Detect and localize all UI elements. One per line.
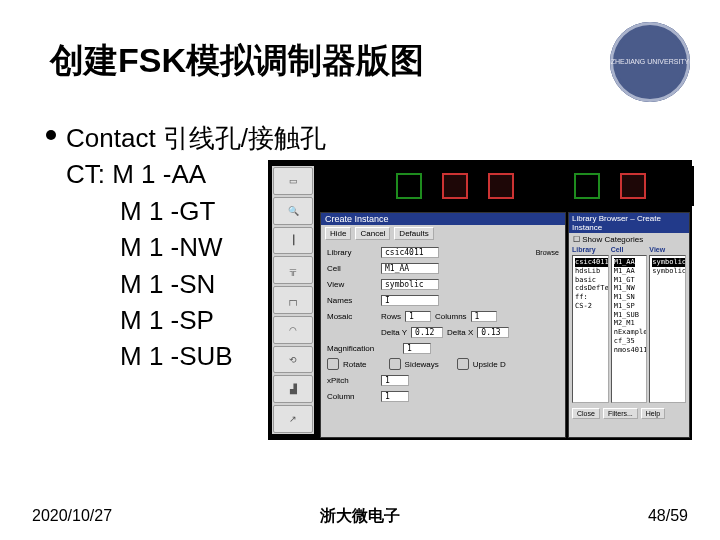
- filters-button[interactable]: Filters...: [603, 408, 638, 419]
- tool-button[interactable]: ◠: [273, 316, 313, 344]
- rows-input[interactable]: 1: [405, 311, 431, 322]
- deltax-label: Delta X: [447, 328, 473, 337]
- xpitch-input[interactable]: 1: [381, 375, 409, 386]
- tool-button[interactable]: ▭: [273, 167, 313, 195]
- tool-button[interactable]: ┌┐: [273, 286, 313, 314]
- eda-screenshot: ▭ 🔍 ┃ ╦ ┌┐ ◠ ⟲ ▟ ↗ Create Instance Hide …: [268, 160, 692, 440]
- show-categories-label: Show Categories: [582, 235, 643, 244]
- contact-preview-icon: [442, 173, 468, 199]
- libbrowser-title: Library Browser – Create Instance: [569, 213, 689, 233]
- footer-page: 48/59: [648, 507, 688, 525]
- contact-preview-icon: [488, 173, 514, 199]
- columns-label: Columns: [435, 312, 467, 321]
- cell-header: Cell: [611, 246, 648, 253]
- tool-palette: ▭ 🔍 ┃ ╦ ┌┐ ◠ ⟲ ▟ ↗: [272, 166, 314, 434]
- tool-button[interactable]: ╦: [273, 256, 313, 284]
- sideways-label: Sideways: [405, 360, 439, 369]
- view-header: View: [649, 246, 686, 253]
- contact-preview-icon: [620, 173, 646, 199]
- tool-button[interactable]: ▟: [273, 375, 313, 403]
- names-input[interactable]: I: [381, 295, 439, 306]
- layout-preview: [388, 166, 694, 206]
- magnification-label: Magnification: [327, 344, 399, 353]
- rotate-toggle[interactable]: [327, 358, 339, 370]
- footer-center: 浙大微电子: [320, 506, 400, 527]
- tool-button[interactable]: ⟲: [273, 346, 313, 374]
- cell-input[interactable]: M1_AA: [381, 263, 439, 274]
- rows-label: Rows: [381, 312, 401, 321]
- library-list[interactable]: csic4011 hdsLib basic cdsDefTec ff: CS-2: [572, 255, 609, 403]
- column-label: Column: [327, 392, 377, 401]
- dialog-title: Create Instance: [321, 213, 565, 225]
- library-input[interactable]: csic4011: [381, 247, 439, 258]
- close-button[interactable]: Close: [572, 408, 600, 419]
- hide-button[interactable]: Hide: [325, 227, 351, 240]
- defaults-button[interactable]: Defaults: [394, 227, 433, 240]
- library-browser-panel: Library Browser – Create Instance ☐ Show…: [568, 212, 690, 438]
- university-logo: ZHEJIANG UNIVERSITY: [610, 22, 690, 102]
- deltay-input[interactable]: 0.12: [411, 327, 443, 338]
- view-list[interactable]: symbolic symbolic: [649, 255, 686, 403]
- contact-preview-icon: [396, 173, 422, 199]
- tool-button[interactable]: 🔍: [273, 197, 313, 225]
- library-label: Library: [327, 248, 377, 257]
- footer-date: 2020/10/27: [32, 507, 112, 525]
- contact-preview-icon: [574, 173, 600, 199]
- cell-label: Cell: [327, 264, 377, 273]
- upside-toggle[interactable]: [457, 358, 469, 370]
- help-button[interactable]: Help: [641, 408, 665, 419]
- column-input[interactable]: 1: [381, 391, 409, 402]
- deltay-label: Delta Y: [381, 328, 407, 337]
- cancel-button[interactable]: Cancel: [355, 227, 390, 240]
- sideways-toggle[interactable]: [389, 358, 401, 370]
- columns-input[interactable]: 1: [471, 311, 497, 322]
- rotate-label: Rotate: [343, 360, 367, 369]
- upside-label: Upside D: [473, 360, 506, 369]
- tool-button[interactable]: ┃: [273, 227, 313, 255]
- deltax-input[interactable]: 0.13: [477, 327, 509, 338]
- magnification-input[interactable]: 1: [403, 343, 431, 354]
- view-input[interactable]: symbolic: [381, 279, 439, 290]
- view-label: View: [327, 280, 377, 289]
- browse-label[interactable]: Browse: [536, 249, 559, 256]
- contact-heading: Contact 引线孔/接触孔: [66, 120, 326, 156]
- cell-list[interactable]: M1_AA M1_AA M1_GT M1_NW M1_SN M1_SP M1_S…: [611, 255, 648, 403]
- show-categories-checkbox[interactable]: ☐: [573, 235, 582, 244]
- names-label: Names: [327, 296, 377, 305]
- create-instance-dialog: Create Instance Hide Cancel Defaults Lib…: [320, 212, 566, 438]
- xpitch-label: xPitch: [327, 376, 377, 385]
- lib-header: Library: [572, 246, 609, 253]
- slide-title: 创建FSK模拟调制器版图: [50, 38, 424, 84]
- mosaic-label: Mosaic: [327, 312, 377, 321]
- bullet-icon: [46, 130, 56, 140]
- tool-button[interactable]: ↗: [273, 405, 313, 433]
